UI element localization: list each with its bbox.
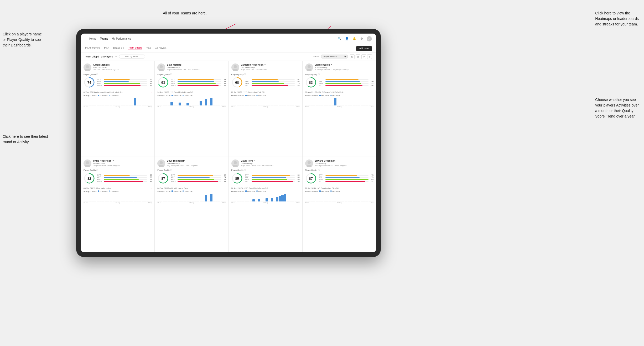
quality-circle[interactable]: 87 [157,173,169,184]
quality-label[interactable]: Player Quality ⓘ [305,73,373,76]
latest-round[interactable]: 02 Jul 23 | 59 (+17), Craigmillar Park G… [231,90,300,93]
player-handicap: 1-5 Handicap [93,162,152,164]
navbar: Home Teams My Performance 🔍 👤 🔔 ⚙ A [81,34,376,44]
quality-circle[interactable]: 87 [305,173,317,184]
player-card-6: David Ford ✔ 1-5 Handicap Royal North De… [229,157,302,253]
quality-label[interactable]: Player Quality ⓘ [305,169,373,172]
stat-row: APP 80 [245,176,300,178]
bell-icon[interactable]: 🔔 [352,36,357,41]
player-name[interactable]: Blair McHarg [167,63,226,66]
stat-bar [178,79,214,80]
stat-value: 75 [295,83,300,84]
stat-label: ARG [171,178,177,180]
chart-date: 31 Jul [305,202,309,204]
grid-view-icon[interactable]: ⊞ [350,54,355,59]
latest-round[interactable]: 26 Aug 23 | 84 (+12), Royal North Devon … [231,186,300,189]
quality-label[interactable]: Player Quality ⓘ [84,73,152,76]
stat-label: OTT [245,174,251,176]
stat-label: APP [171,176,177,178]
latest-round[interactable]: 26 Aug 23 | 73 (+1), Royal North Devon G… [157,90,226,93]
stat-bar [325,81,360,82]
add-team-button[interactable]: Add Team [356,46,372,51]
off-course-dot [109,95,110,96]
quality-number: 68 [235,81,239,84]
quality-label[interactable]: Player Quality ⓘ [231,169,300,172]
sort-icon[interactable]: ↕ [367,54,372,59]
avatar[interactable]: A [367,36,372,41]
chart-date: 4 Sep [296,202,299,204]
quality-content: 68 OTT 61 APP 63 ARG [231,77,300,88]
svg-point-13 [233,69,238,71]
user-icon[interactable]: 👤 [345,36,349,41]
round-arrow-icon: → [371,91,373,93]
player-name[interactable]: Cameron Robertson ✔ [241,63,300,66]
player-name[interactable]: Dave Billingham [167,159,226,162]
latest-round[interactable]: 18 Jul 23 | 74 (+4), Sunningdale GC - Ol… [305,186,373,189]
tab-all-players[interactable]: All Players [155,47,167,50]
nav-link-performance[interactable]: My Performance [112,37,131,40]
nav-link-teams[interactable]: Teams [100,37,108,40]
stat-label: OTT [97,174,103,176]
stat-label: APP [319,81,325,82]
stat-bar [252,177,286,178]
on-course-legend: On course [172,94,181,96]
nav-link-home[interactable]: Home [89,37,96,40]
stat-value: 83 [369,83,373,84]
player-avatar [84,63,91,71]
tab-pga[interactable]: PGA [104,47,109,50]
player-name[interactable]: Aaron Nicholls [93,63,152,66]
stat-row: PUTT 94 [171,180,226,182]
on-course-dot [319,95,321,96]
list-view-icon[interactable]: ⊟ [356,54,360,59]
edit-icon[interactable]: ✏ [115,55,117,58]
player-card-3: Charlie Quick ✔ 6-10 Handicap St. George… [303,61,376,157]
quality-label[interactable]: Player Quality ⓘ [84,169,152,172]
latest-round[interactable]: 04 Sep 23 | Mobility with coach, Gym → [157,186,226,189]
on-course-dot [98,190,99,192]
tab-team-clippd[interactable]: Team Clippd [128,46,142,50]
quality-circle[interactable]: 82 [84,173,95,184]
latest-round[interactable]: 07 Aug 23 | 77 (+7), St George's Hill GC… [305,90,373,93]
round-arrow-icon: → [224,91,226,93]
stat-bar-container [178,79,221,80]
stats-grid: OTT 73 APP 79 ARG 103 [319,174,373,182]
chart-date: 4 Sep [370,202,373,204]
latest-round[interactable]: 02 Sep 23 | Sunrise round to get back in… [84,90,152,93]
stat-bar-container [104,177,147,178]
quality-circle[interactable]: 93 [157,77,169,88]
off-course-dot [183,95,184,96]
quality-circle[interactable]: 83 [305,77,317,88]
chart-container: 31 Jul21 Aug4 Sep [84,193,152,204]
stat-row: OTT 73 [319,174,373,176]
player-name[interactable]: Charlie Quick ✔ [315,63,373,66]
quality-info-icon: ⓘ [318,169,320,172]
nav-links: Home Teams My Performance [89,37,333,40]
tab-tour[interactable]: Tour [147,47,151,50]
activity-section: Activity · 1 Month On course Off course … [84,94,152,108]
player-handicap: Plus Handicap [167,162,226,164]
latest-round[interactable]: 03 Mar 23 | 19, Must make putting → [84,186,152,189]
quality-label[interactable]: Player Quality ⓘ [157,73,226,76]
quality-content: 83 OTT 77 APP 80 ARG [305,77,373,88]
quality-label[interactable]: Player Quality ⓘ [157,169,226,172]
player-name[interactable]: Edward Crossman [315,159,373,162]
tab-pgat[interactable]: PGAT Players [85,47,100,50]
quality-number: 93 [161,81,165,84]
svg-point-25 [159,165,164,167]
stat-label: PUTT [171,85,177,87]
stat-value: 95 [222,85,226,87]
quality-circle[interactable]: 74 [84,77,95,88]
settings-icon[interactable]: ⚙ [359,36,364,41]
chart-container: 31 Jul21 Aug4 Sep [305,193,373,204]
quality-circle[interactable]: 85 [231,173,243,184]
search-icon[interactable]: 🔍 [337,36,342,41]
player-name[interactable]: Chris Robertson ✔ [93,159,152,162]
filter-input[interactable] [119,55,145,58]
show-select[interactable]: Player Activity Quality Score Trend [321,55,348,58]
tab-hcaps[interactable]: Hcaps 1-5 [113,47,124,50]
filter-icon[interactable]: ▽ [361,54,366,59]
quality-label[interactable]: Player Quality ⓘ [231,73,300,76]
player-name[interactable]: David Ford ✔ [241,159,300,162]
svg-point-21 [85,165,90,167]
quality-circle[interactable]: 68 [231,77,243,88]
